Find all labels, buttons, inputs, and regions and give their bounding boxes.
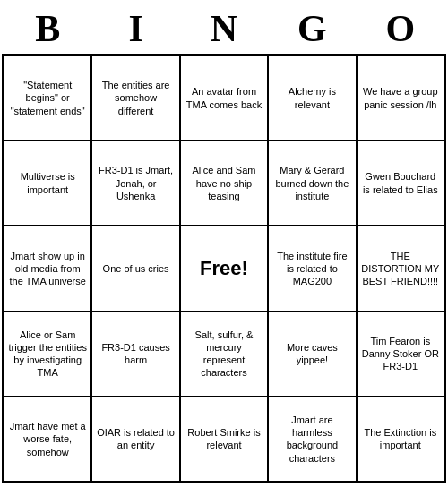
bingo-cell-3[interactable]: Alchemy is relevant — [268, 56, 356, 141]
bingo-cell-13[interactable]: The institute fire is related to MAG200 — [268, 226, 356, 311]
bingo-cell-7[interactable]: Alice and Sam have no ship teasing — [180, 141, 268, 226]
bingo-cell-18[interactable]: More caves yippee! — [268, 312, 356, 397]
letter-b: B — [7, 7, 88, 50]
bingo-cell-19[interactable]: Tim Fearon is Danny Stoker OR FR3-D1 — [357, 312, 444, 397]
bingo-header: B I N G O — [0, 0, 448, 54]
bingo-cell-16[interactable]: FR3-D1 causes harm — [91, 312, 179, 397]
bingo-cell-17[interactable]: Salt, sulfur, & mercury represent charac… — [180, 312, 268, 397]
bingo-cell-0[interactable]: "Statement begins" or "statement ends" — [4, 56, 91, 141]
bingo-cell-1[interactable]: The entities are somehow different — [91, 56, 179, 141]
bingo-cell-5[interactable]: Multiverse is important — [4, 141, 91, 226]
bingo-cell-2[interactable]: An avatar from TMA comes back — [180, 56, 268, 141]
bingo-cell-24[interactable]: The Extinction is important — [357, 397, 444, 482]
bingo-cell-14[interactable]: THE DISTORTION MY BEST FRIEND!!!! — [357, 226, 444, 311]
bingo-cell-10[interactable]: Jmart show up in old media from the TMA … — [4, 226, 91, 311]
bingo-grid: "Statement begins" or "statement ends"Th… — [2, 54, 446, 483]
letter-o: O — [360, 7, 441, 50]
bingo-cell-8[interactable]: Mary & Gerard burned down the institute — [268, 141, 356, 226]
bingo-cell-21[interactable]: OIAR is related to an entity — [91, 397, 179, 482]
letter-n: N — [184, 7, 264, 50]
bingo-cell-11[interactable]: One of us cries — [91, 226, 179, 311]
bingo-cell-22[interactable]: Robert Smirke is relevant — [180, 397, 268, 482]
letter-g: G — [271, 7, 352, 50]
bingo-cell-23[interactable]: Jmart are harmless background characters — [268, 397, 356, 482]
bingo-cell-20[interactable]: Jmart have met a worse fate, somehow — [4, 397, 91, 482]
bingo-cell-9[interactable]: Gwen Bouchard is related to Elias — [357, 141, 444, 226]
letter-i: I — [96, 7, 177, 50]
bingo-cell-15[interactable]: Alice or Sam trigger the entities by inv… — [4, 312, 91, 397]
bingo-cell-4[interactable]: We have a group panic session /lh — [357, 56, 444, 141]
bingo-cell-12[interactable]: Free! — [180, 226, 268, 311]
bingo-cell-6[interactable]: FR3-D1 is Jmart, Jonah, or Ushenka — [91, 141, 179, 226]
